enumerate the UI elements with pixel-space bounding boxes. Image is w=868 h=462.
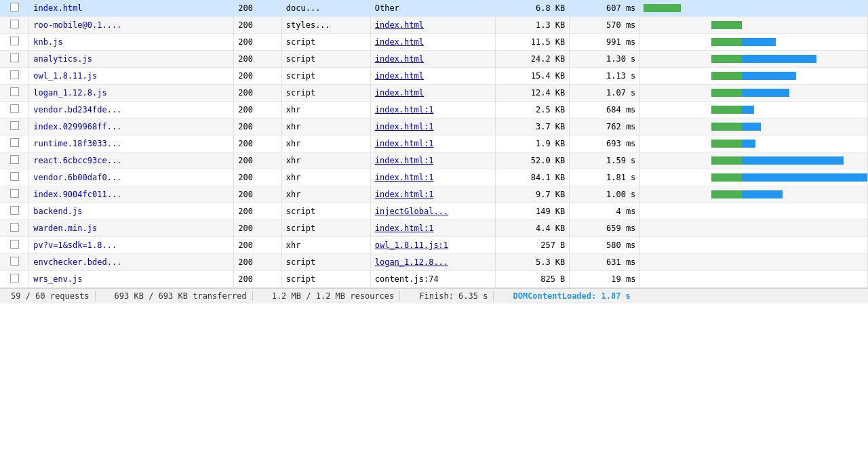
- table-row: analytics.js200scriptindex.html24.2 KB1.…: [0, 51, 868, 68]
- row-checkbox[interactable]: [0, 220, 29, 237]
- resource-name[interactable]: owl_1.8.11.js: [29, 68, 234, 85]
- initiator[interactable]: owl_1.8.11.js:1: [370, 237, 496, 254]
- resource-size: 825 B: [496, 271, 570, 288]
- resource-time: 684 ms: [570, 102, 640, 119]
- waterfall-cell: [640, 17, 868, 34]
- initiator[interactable]: index.html: [370, 85, 496, 102]
- status-code: 200: [234, 51, 281, 68]
- row-checkbox[interactable]: [0, 51, 29, 68]
- resource-name[interactable]: wrs_env.js: [29, 271, 234, 288]
- resource-name[interactable]: vendor.6b00daf0...: [29, 169, 234, 186]
- resource-name[interactable]: index.html: [29, 0, 234, 17]
- resource-size: 1.9 KB: [496, 135, 570, 152]
- initiator[interactable]: index.html:1: [370, 135, 496, 152]
- resource-time: 607 ms: [570, 0, 640, 17]
- initiator[interactable]: index.html: [370, 17, 496, 34]
- initiator[interactable]: index.html:1: [370, 169, 496, 186]
- resource-name[interactable]: analytics.js: [29, 51, 234, 68]
- resource-name[interactable]: vendor.bd234fde...: [29, 102, 234, 119]
- resource-name[interactable]: react.6cbcc93ce...: [29, 152, 234, 169]
- table-row: knb.js200scriptindex.html11.5 KB991 ms: [0, 34, 868, 51]
- resource-type: script: [281, 85, 370, 102]
- resource-time: 1.59 s: [570, 152, 640, 169]
- timing-bar: [711, 106, 754, 114]
- row-checkbox[interactable]: [0, 17, 29, 34]
- resource-time: 991 ms: [570, 34, 640, 51]
- status-code: 200: [234, 152, 281, 169]
- table-row: vendor.6b00daf0...200xhrindex.html:184.1…: [0, 169, 868, 186]
- resource-type: xhr: [281, 152, 370, 169]
- timing-bar: [711, 38, 776, 46]
- resource-name[interactable]: logan_1.12.8.js: [29, 85, 234, 102]
- row-checkbox[interactable]: [0, 271, 29, 288]
- waterfall-cell: [640, 119, 868, 135]
- row-checkbox[interactable]: [0, 68, 29, 85]
- row-checkbox[interactable]: [0, 135, 29, 152]
- row-checkbox[interactable]: [0, 102, 29, 119]
- resource-name[interactable]: knb.js: [29, 34, 234, 51]
- status-code: 200: [234, 237, 281, 254]
- status-code: 200: [234, 119, 281, 135]
- initiator[interactable]: index.html:1: [370, 119, 496, 135]
- row-checkbox[interactable]: [0, 237, 29, 254]
- table-row: wrs_env.js200scriptcontent.js:74825 B19 …: [0, 271, 868, 288]
- network-table: index.html200docu...Other6.8 KB607 msroo…: [0, 0, 868, 288]
- resource-name[interactable]: envchecker.bded...: [29, 254, 234, 271]
- waterfall-cell: [640, 34, 868, 51]
- timing-bar: [711, 55, 816, 63]
- status-code: 200: [234, 85, 281, 102]
- resource-time: 570 ms: [570, 17, 640, 34]
- resource-time: 1.00 s: [570, 186, 640, 203]
- table-row: index.9004fc011...200xhrindex.html:19.7 …: [0, 186, 868, 203]
- initiator[interactable]: injectGlobal...: [370, 203, 496, 220]
- resource-time: 1.81 s: [570, 169, 640, 186]
- row-checkbox[interactable]: [0, 203, 29, 220]
- status-code: 200: [234, 203, 281, 220]
- row-checkbox[interactable]: [0, 85, 29, 102]
- initiator[interactable]: index.html: [370, 51, 496, 68]
- table-row: logan_1.12.8.js200scriptindex.html12.4 K…: [0, 85, 868, 102]
- status-code: 200: [234, 271, 281, 288]
- row-checkbox[interactable]: [0, 152, 29, 169]
- row-checkbox[interactable]: [0, 0, 29, 17]
- resource-name[interactable]: pv?v=1&sdk=1.8...: [29, 237, 234, 254]
- resource-name[interactable]: backend.js: [29, 203, 234, 220]
- initiator[interactable]: logan_1.12.8...: [370, 254, 496, 271]
- timing-bar: [711, 190, 783, 198]
- resource-size: 1.3 KB: [496, 17, 570, 34]
- initiator[interactable]: index.html: [370, 34, 496, 51]
- row-checkbox[interactable]: [0, 169, 29, 186]
- resource-type: xhr: [281, 102, 370, 119]
- timing-bar: [711, 89, 789, 97]
- initiator[interactable]: index.html:1: [370, 186, 496, 203]
- resource-name[interactable]: warden.min.js: [29, 220, 234, 237]
- waterfall-cell: [640, 237, 868, 254]
- waterfall-cell: [640, 203, 868, 220]
- resource-size: 84.1 KB: [496, 169, 570, 186]
- timing-bar: [644, 4, 681, 12]
- waterfall-cell: [640, 0, 868, 17]
- table-row: index.0299968ff...200xhrindex.html:13.7 …: [0, 119, 868, 135]
- row-checkbox[interactable]: [0, 254, 29, 271]
- resource-time: 693 ms: [570, 135, 640, 152]
- status-code: 200: [234, 102, 281, 119]
- resource-name[interactable]: roo-mobile@0.1....: [29, 17, 234, 34]
- resource-name[interactable]: runtime.18f3033...: [29, 135, 234, 152]
- resource-size: 52.0 KB: [496, 152, 570, 169]
- status-code: 200: [234, 169, 281, 186]
- row-checkbox[interactable]: [0, 186, 29, 203]
- initiator[interactable]: index.html:1: [370, 220, 496, 237]
- status-code: 200: [234, 68, 281, 85]
- row-checkbox[interactable]: [0, 34, 29, 51]
- timing-bar: [711, 21, 742, 29]
- initiator[interactable]: index.html:1: [370, 102, 496, 119]
- resource-type: script: [281, 203, 370, 220]
- initiator[interactable]: index.html:1: [370, 152, 496, 169]
- resource-name[interactable]: index.9004fc011...: [29, 186, 234, 203]
- initiator[interactable]: index.html: [370, 68, 496, 85]
- row-checkbox[interactable]: [0, 119, 29, 135]
- resource-name[interactable]: index.0299968ff...: [29, 119, 234, 135]
- resource-size: 24.2 KB: [496, 51, 570, 68]
- resource-type: xhr: [281, 135, 370, 152]
- table-row: vendor.bd234fde...200xhrindex.html:12.5 …: [0, 102, 868, 119]
